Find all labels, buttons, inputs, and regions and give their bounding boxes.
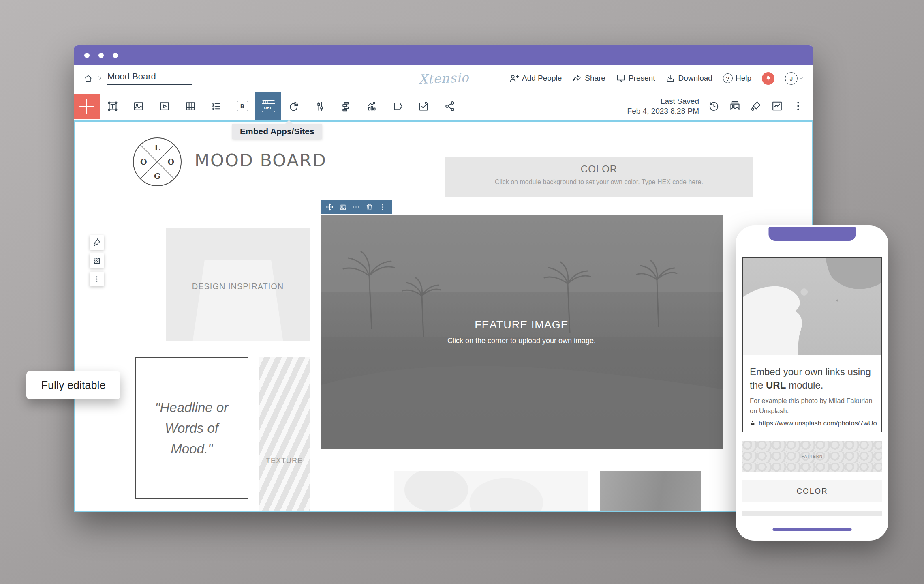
replace-image-icon[interactable]	[339, 203, 347, 211]
version-history-button[interactable]	[708, 100, 720, 112]
window-control-dot[interactable]	[84, 53, 90, 58]
notifications-button[interactable]	[762, 72, 774, 85]
stacked-bars-icon	[340, 100, 352, 112]
url-module-icon: URL	[262, 100, 275, 112]
color-module[interactable]: COLOR Click on module background to set …	[445, 157, 753, 197]
fabric-image-module[interactable]	[600, 471, 701, 512]
stats-module-button[interactable]	[359, 92, 385, 120]
unsplash-icon	[750, 420, 755, 426]
media-library-button[interactable]	[729, 100, 741, 112]
fully-editable-badge: Fully editable	[26, 371, 120, 399]
embed-apps-tooltip: Embed Apps/Sites	[232, 124, 322, 139]
logo-letter: O	[140, 157, 147, 166]
present-button[interactable]: Present	[616, 73, 655, 83]
design-inspiration-label: DESIGN INSPIRATION	[166, 282, 310, 291]
breadcrumb-title-input[interactable]: Mood Board	[107, 71, 192, 85]
bars-module-button[interactable]	[333, 92, 359, 120]
bell-icon	[765, 75, 772, 82]
network-share-icon	[444, 100, 456, 112]
xtensio-logo: Xtensio	[418, 70, 469, 86]
download-icon	[665, 73, 675, 83]
headline-line: Mood."	[171, 438, 212, 459]
color-module-subtitle: Click on module background to set your o…	[445, 178, 753, 186]
shape-module-button[interactable]	[385, 92, 411, 120]
home-icon[interactable]	[83, 74, 93, 83]
phone-home-indicator	[772, 528, 851, 531]
style-fill-button[interactable]	[750, 100, 762, 112]
form-module-button[interactable]	[411, 92, 437, 120]
button-module-icon: B	[237, 101, 248, 111]
embed-example-text: For example this photo by Milad Fakurian…	[750, 396, 875, 416]
button-module-button[interactable]: B	[229, 92, 255, 120]
share-module-button[interactable]	[437, 92, 463, 120]
petals-image-module[interactable]	[394, 471, 588, 512]
url-module-button[interactable]: URL	[255, 92, 281, 120]
phone-notch	[768, 227, 856, 241]
more-options-button[interactable]	[90, 272, 104, 286]
module-toolbar: B URL	[74, 92, 813, 120]
embedded-photo	[743, 258, 881, 355]
window-control-dot[interactable]	[98, 53, 104, 58]
video-module-button[interactable]	[152, 92, 178, 120]
pentagon-shape-icon	[392, 100, 404, 112]
question-mark-icon: ?	[723, 73, 733, 83]
phone-pattern-module: PATTERN	[742, 441, 882, 472]
add-module-button[interactable]	[74, 94, 100, 119]
add-people-label: Add People	[522, 74, 562, 83]
analytics-button[interactable]	[771, 100, 783, 112]
share-arrow-icon	[572, 73, 582, 83]
window-titlebar	[74, 45, 813, 65]
list-module-icon	[210, 100, 222, 112]
help-button[interactable]: ? Help	[723, 73, 751, 83]
phone-mockup: Embed your own links using the URL modul…	[736, 225, 888, 541]
headline-module[interactable]: "Headline or Words of Mood."	[135, 357, 248, 499]
sliders-icon	[314, 100, 326, 112]
color-module-title: COLOR	[445, 163, 753, 175]
logo-letter: L	[154, 143, 160, 152]
page-title[interactable]: MOOD BOARD	[195, 150, 327, 170]
embed-link-url: https://www.unsplash.com/photos/7wUo...	[759, 419, 882, 427]
image-module-icon	[133, 100, 145, 112]
feature-image-title: FEATURE IMAGE	[475, 319, 569, 331]
table-module-button[interactable]	[178, 92, 203, 120]
table-module-icon	[184, 100, 197, 112]
design-inspiration-module[interactable]: DESIGN INSPIRATION	[166, 228, 310, 341]
embed-link-row: https://www.unsplash.com/photos/7wUo...	[750, 419, 875, 427]
phone-url-module: Embed your own links using the URL modul…	[742, 257, 882, 432]
form-check-icon	[418, 100, 430, 112]
phone-partial-module	[742, 511, 882, 516]
breadcrumb-chevron-icon	[97, 75, 103, 81]
last-saved-time: Feb 4, 2023 8:28 PM	[627, 106, 699, 116]
add-people-button[interactable]: Add People	[509, 73, 562, 84]
last-saved-label: Last Saved	[627, 97, 699, 106]
share-button[interactable]: Share	[572, 73, 605, 83]
more-options-icon[interactable]	[379, 203, 387, 211]
texture-label: TEXTURE	[259, 457, 310, 465]
help-label: Help	[736, 74, 751, 83]
link-icon[interactable]	[352, 203, 360, 211]
trash-icon[interactable]	[365, 203, 374, 211]
pattern-button[interactable]	[90, 253, 104, 268]
texture-module[interactable]: TEXTURE	[259, 357, 310, 512]
pattern-label: PATTERN	[802, 454, 823, 459]
sliders-module-button[interactable]	[307, 92, 333, 120]
phone-color-module: COLOR	[742, 480, 882, 502]
list-module-button[interactable]	[203, 92, 229, 120]
logo-module[interactable]: L O O G	[133, 137, 182, 186]
window-control-dot[interactable]	[113, 53, 118, 58]
account-menu[interactable]: J	[785, 72, 804, 85]
move-handle-icon[interactable]	[325, 203, 334, 211]
share-label: Share	[585, 74, 605, 83]
download-button[interactable]: Download	[665, 73, 712, 83]
fill-color-button[interactable]	[90, 235, 104, 250]
chart-pie-module-button[interactable]	[281, 92, 307, 120]
feature-image-module[interactable]: FEATURE IMAGE Click on the corner to upl…	[321, 215, 723, 449]
image-module-button[interactable]	[126, 92, 152, 120]
person-plus-icon	[509, 73, 519, 84]
module-side-toolbar	[90, 235, 104, 286]
embed-text: Embed your own links using the URL modul…	[750, 365, 875, 392]
download-label: Download	[678, 74, 712, 83]
text-module-button[interactable]	[100, 92, 126, 120]
stats-chart-icon	[366, 100, 378, 112]
more-options-button[interactable]	[792, 100, 804, 112]
